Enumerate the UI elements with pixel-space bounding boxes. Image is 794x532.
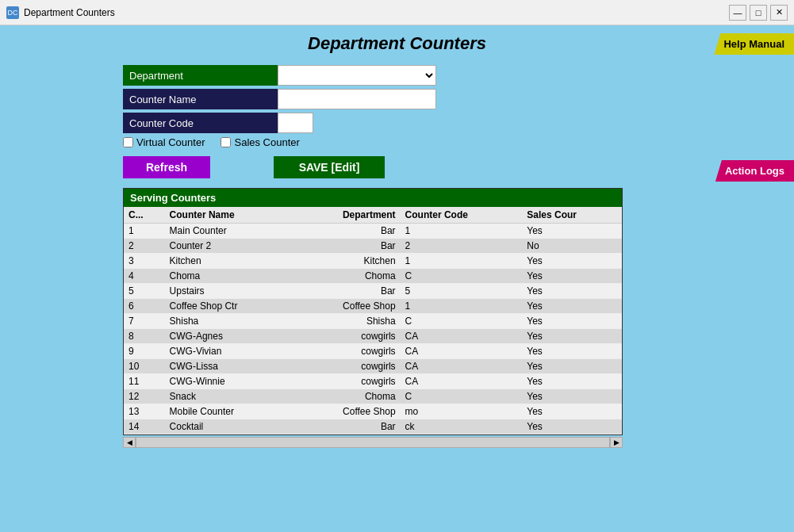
table-row[interactable]: 8CWG-AgnescowgirlsCAYes <box>124 329 622 344</box>
cell-code: C <box>401 269 523 284</box>
col-name: Counter Name <box>165 207 296 224</box>
sales-counter-label: Sales Counter <box>234 136 299 148</box>
cell-code: 2 <box>401 239 523 254</box>
cell-code: CA <box>401 344 523 359</box>
cell-department: Coffee Shop <box>295 299 400 314</box>
close-button[interactable]: ✕ <box>770 5 788 21</box>
sales-counter-checkbox-label[interactable]: Sales Counter <box>221 136 299 148</box>
department-label: Department <box>123 65 278 86</box>
scroll-track[interactable] <box>136 437 610 448</box>
cell-id: 12 <box>124 389 165 404</box>
cell-name: Kitchen <box>165 254 296 269</box>
cell-code: CA <box>401 329 523 344</box>
cell-name: Counter 2 <box>165 239 296 254</box>
cell-id: 9 <box>124 344 165 359</box>
col-code: Counter Code <box>401 207 523 224</box>
cell-sales: Yes <box>522 224 622 239</box>
table-row[interactable]: 13Mobile CounterCoffee ShopmoYes <box>124 404 622 419</box>
cell-code: 5 <box>401 284 523 299</box>
cell-name: Main Counter <box>165 224 296 239</box>
serving-counters-table: C... Counter Name Department Counter Cod… <box>124 207 622 434</box>
table-row[interactable]: 14CocktailBarckYes <box>124 419 622 434</box>
cell-department: cowgirls <box>295 329 400 344</box>
table-row[interactable]: 3KitchenKitchen1Yes <box>124 254 622 269</box>
counter-code-row: Counter Code <box>123 113 456 133</box>
cell-name: CWG-Lissa <box>165 359 296 374</box>
cell-sales: Yes <box>522 344 622 359</box>
virtual-counter-checkbox-label[interactable]: Virtual Counter <box>123 136 205 148</box>
save-button[interactable]: SAVE [Edit] <box>274 156 385 178</box>
cell-id: 8 <box>124 329 165 344</box>
cell-sales: Yes <box>522 314 622 329</box>
refresh-button[interactable]: Refresh <box>123 156 210 178</box>
cell-id: 10 <box>124 359 165 374</box>
checkbox-row: Virtual Counter Sales Counter <box>123 136 782 148</box>
cell-id: 1 <box>124 224 165 239</box>
virtual-counter-checkbox[interactable] <box>123 137 133 147</box>
counter-name-label: Counter Name <box>123 89 278 109</box>
counter-name-input[interactable] <box>278 89 436 109</box>
cell-sales: Yes <box>522 359 622 374</box>
table-row[interactable]: 10CWG-LissacowgirlsCAYes <box>124 359 622 374</box>
cell-id: 13 <box>124 404 165 419</box>
cell-code: ck <box>401 419 523 434</box>
cell-name: Snack <box>165 389 296 404</box>
form-area: Department Bar Kitchen Choma Coffee Shop… <box>123 65 456 133</box>
table-section-title: Serving Counters <box>124 189 622 207</box>
cell-code: CA <box>401 374 523 389</box>
title-bar-left: DC Department Counters <box>6 6 115 19</box>
cell-code: mo <box>401 404 523 419</box>
buttons-row: Refresh SAVE [Edit] <box>123 156 782 178</box>
cell-department: Choma <box>295 389 400 404</box>
cell-name: Cocktail <box>165 419 296 434</box>
cell-code: 1 <box>401 224 523 239</box>
table-row[interactable]: 11CWG-WinniecowgirlsCAYes <box>124 374 622 389</box>
cell-department: cowgirls <box>295 344 400 359</box>
cell-sales: Yes <box>522 419 622 434</box>
virtual-counter-label: Virtual Counter <box>136 136 205 148</box>
cell-id: 4 <box>124 269 165 284</box>
main-content: Help Manual Action Logs Department Count… <box>0 25 794 532</box>
table-row[interactable]: 7ShishaShishaCYes <box>124 314 622 329</box>
sales-counter-checkbox[interactable] <box>221 137 231 147</box>
table-row[interactable]: 12SnackChomaCYes <box>124 389 622 404</box>
table-body: 1Main CounterBar1Yes2Counter 2Bar2No3Kit… <box>124 224 622 434</box>
col-department: Department <box>295 207 400 224</box>
table-row[interactable]: 9CWG-ViviancowgirlsCAYes <box>124 344 622 359</box>
scroll-right-button[interactable]: ▶ <box>610 437 623 448</box>
cell-sales: Yes <box>522 389 622 404</box>
cell-name: Upstairs <box>165 284 296 299</box>
cell-department: cowgirls <box>295 359 400 374</box>
cell-sales: Yes <box>522 374 622 389</box>
cell-code: CA <box>401 359 523 374</box>
cell-department: Bar <box>295 419 400 434</box>
table-row[interactable]: 6Coffee Shop CtrCoffee Shop1Yes <box>124 299 622 314</box>
maximize-button[interactable]: □ <box>750 5 767 21</box>
action-logs-button[interactable]: Action Logs <box>715 160 794 182</box>
window-title: Department Counters <box>24 7 115 18</box>
scroll-left-button[interactable]: ◀ <box>123 437 136 448</box>
cell-sales: No <box>522 239 622 254</box>
table-row[interactable]: 1Main CounterBar1Yes <box>124 224 622 239</box>
cell-department: Coffee Shop <box>295 404 400 419</box>
cell-department: Bar <box>295 224 400 239</box>
counter-code-input[interactable] <box>278 113 313 133</box>
table-row[interactable]: 2Counter 2Bar2No <box>124 239 622 254</box>
cell-id: 2 <box>124 239 165 254</box>
cell-name: Shisha <box>165 314 296 329</box>
cell-sales: Yes <box>522 329 622 344</box>
cell-id: 11 <box>124 374 165 389</box>
table-row[interactable]: 5UpstairsBar5Yes <box>124 284 622 299</box>
help-manual-button[interactable]: Help Manual <box>714 33 794 55</box>
department-select[interactable]: Bar Kitchen Choma Coffee Shop Shisha cow… <box>278 65 436 86</box>
cell-name: Mobile Counter <box>165 404 296 419</box>
counter-code-label: Counter Code <box>123 113 278 133</box>
cell-department: cowgirls <box>295 374 400 389</box>
col-sales: Sales Cour <box>522 207 622 224</box>
cell-id: 6 <box>124 299 165 314</box>
minimize-button[interactable]: — <box>729 5 746 21</box>
department-row: Department Bar Kitchen Choma Coffee Shop… <box>123 65 456 86</box>
cell-id: 7 <box>124 314 165 329</box>
table-row[interactable]: 4ChomaChomaCYes <box>124 269 622 284</box>
cell-name: CWG-Agnes <box>165 329 296 344</box>
